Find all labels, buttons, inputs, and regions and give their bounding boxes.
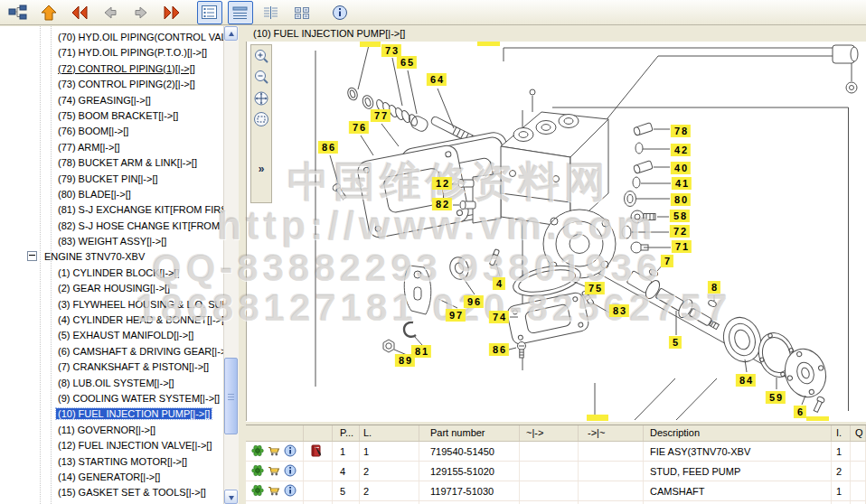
sidebar-item[interactable]: (75) BOOM BRACKET[|->[] [0, 108, 224, 124]
part-label[interactable]: 40 [671, 162, 691, 174]
cell-row-book[interactable] [304, 462, 333, 481]
part-label[interactable]: 12 [432, 177, 452, 190]
toc-view-toggle[interactable] [197, 1, 222, 24]
illustration-book-icon[interactable] [309, 443, 324, 460]
sidebar-item[interactable]: (73) CONTROL PIPING(2)[|->[] [0, 77, 224, 92]
part-label[interactable]: 64 [427, 73, 447, 86]
part-label[interactable]: 80 [671, 193, 691, 206]
grid-view-toggle[interactable] [289, 1, 315, 24]
sidebar-item[interactable]: (71) HYD.OIL PIPING(P.T.O.)[|->[] [0, 45, 224, 61]
scroll-up-icon[interactable] [224, 26, 238, 41]
cell-row-book[interactable] [304, 481, 333, 500]
part-label[interactable]: 41 [672, 177, 692, 190]
sidebar-item[interactable]: (80) BLADE[|->[] [0, 187, 224, 202]
part-label[interactable]: 72 [670, 225, 690, 238]
part-info-icon[interactable] [284, 464, 297, 479]
part-label-partial[interactable] [477, 42, 500, 46]
part-label[interactable]: 76 [349, 121, 369, 134]
part-label[interactable]: 86 [489, 343, 509, 356]
part-label[interactable]: 84 [736, 374, 756, 387]
part-label[interactable]: 6 [794, 406, 806, 418]
cart-icon[interactable] [268, 444, 280, 459]
sidebar-scrollbar[interactable] [223, 26, 239, 504]
add-part-icon[interactable] [251, 444, 264, 459]
sidebar-item[interactable]: (4) CYLINDER HEAD & BONNET[|->[] [0, 313, 224, 328]
part-label[interactable]: 58 [670, 210, 690, 222]
sidebar-item[interactable]: (77) ARM[|->[] [0, 140, 224, 155]
part-label[interactable]: 82 [432, 198, 452, 210]
table-header-col-p[interactable]: P... [333, 425, 360, 441]
sidebar-item[interactable]: (9) COOLING WATER SYSTEM[|->[] [0, 391, 224, 406]
sidebar-item[interactable]: (8) LUB.OIL SYSTEM[|->[] [0, 376, 224, 391]
part-label[interactable]: 83 [609, 304, 629, 317]
table-row[interactable]: 52119717-51030CAMSHAFT1 [246, 481, 866, 501]
first-item-icon[interactable] [67, 1, 92, 24]
sidebar-item[interactable]: (78) BUCKET ARM & LINK[|->[] [0, 155, 224, 171]
part-label[interactable]: 4 [493, 277, 505, 290]
part-label[interactable]: 75 [585, 282, 605, 294]
sidebar-item[interactable]: (13) STARTING MOTOR[|->[] [0, 454, 224, 470]
table-header-col-q[interactable]: Q [851, 425, 866, 441]
sidebar-item[interactable]: (79) BUCKET PIN[|->[] [0, 172, 224, 187]
part-label-partial[interactable] [806, 416, 829, 421]
list-view-toggle[interactable] [228, 1, 253, 24]
part-label[interactable]: 77 [371, 109, 391, 122]
part-label[interactable]: 97 [446, 309, 466, 322]
sidebar-item[interactable]: (70) HYD.OIL PIPING(CONTROL VALVE [0, 30, 224, 45]
part-info-icon[interactable] [284, 444, 297, 459]
part-label[interactable]: 78 [671, 125, 691, 137]
info-icon[interactable] [327, 1, 353, 24]
part-label-partial[interactable] [360, 42, 381, 47]
sidebar-item[interactable]: (3) FLYWHEEL HOUSING & L.O. SUMP[ [0, 297, 224, 313]
table-header-col-i[interactable]: I. [832, 425, 851, 441]
table-row[interactable]: 42129155-51020STUD, FEED PUMP2 [246, 462, 866, 481]
cell-row-book[interactable] [304, 442, 333, 461]
sidebar-item[interactable]: (2) GEAR HOUSING[|->[] [0, 281, 224, 296]
part-label[interactable]: 96 [464, 295, 484, 308]
column-view-toggle[interactable] [259, 1, 284, 24]
sidebar-item[interactable]: (76) BOOM[|->[] [0, 124, 224, 139]
part-label[interactable]: 7 [661, 255, 673, 267]
cell-row-actions[interactable] [246, 481, 304, 500]
part-label[interactable]: 42 [671, 144, 691, 156]
next-item-icon[interactable] [128, 1, 154, 24]
add-part-icon[interactable] [251, 464, 264, 479]
sidebar-item[interactable]: (74) GREASING[|->[] [0, 93, 224, 108]
part-label[interactable]: 59 [766, 391, 786, 404]
table-header-col-description[interactable]: Description [644, 425, 832, 441]
part-label[interactable]: 86 [318, 141, 338, 154]
part-label[interactable]: 74 [489, 311, 509, 323]
sidebar-item[interactable]: (7) CRANKSHAFT & PISTON[|->[] [0, 359, 224, 375]
table-header-row-actions[interactable] [246, 425, 304, 441]
cell-row-actions[interactable] [246, 462, 304, 481]
table-header-row-book[interactable] [304, 425, 333, 441]
tree-collapse-icon[interactable] [27, 251, 37, 261]
part-label[interactable]: 73 [381, 44, 401, 57]
part-label[interactable]: 8 [708, 281, 720, 294]
table-header-col-part-number[interactable]: Part number [419, 425, 520, 441]
part-label[interactable]: 71 [672, 240, 692, 253]
previous-item-icon[interactable] [98, 1, 123, 24]
sidebar-item[interactable]: (10) FUEL INJECTION PUMP[|->[] [0, 406, 224, 422]
table-header-col-range-a[interactable]: ~|-> [520, 425, 579, 441]
table-row[interactable]: 11719540-51450FIE ASY(3TNV70-XBV1 [246, 442, 866, 462]
sidebar-item[interactable]: (82) S-J HOSE CHANGE KIT[FROM FIR [0, 219, 224, 234]
sidebar-item[interactable]: (83) WEIGHT ASSY[|->[] [0, 234, 224, 249]
table-header-col-level[interactable]: L. [360, 425, 419, 441]
scroll-down-icon[interactable] [224, 490, 238, 504]
sidebar-item[interactable]: (14) GENERATOR[|->[] [0, 470, 224, 485]
part-label[interactable]: 5 [669, 336, 682, 349]
cart-icon[interactable] [268, 464, 280, 479]
sidebar-item[interactable]: (12) FUEL INJECTION VALVE[|->[] [0, 438, 224, 453]
sidebar-item[interactable]: (6) CAMSHAFT & DRIVING GEAR[|->[] [0, 344, 224, 359]
add-part-icon[interactable] [251, 484, 264, 499]
part-label-partial[interactable] [587, 415, 608, 421]
hierarchy-icon[interactable] [5, 1, 31, 24]
sidebar-item[interactable]: (11) GOVERNOR[|->[] [0, 423, 224, 438]
sidebar-item[interactable]: ENGINE 3TNV70-XBV [0, 249, 224, 265]
cart-icon[interactable] [268, 484, 280, 499]
cell-row-actions[interactable] [246, 442, 304, 461]
part-info-icon[interactable] [284, 484, 297, 499]
exploded-diagram-area[interactable]: » 73656476778612827842404180587271784969… [246, 42, 866, 421]
part-label[interactable]: 81 [411, 345, 431, 358]
